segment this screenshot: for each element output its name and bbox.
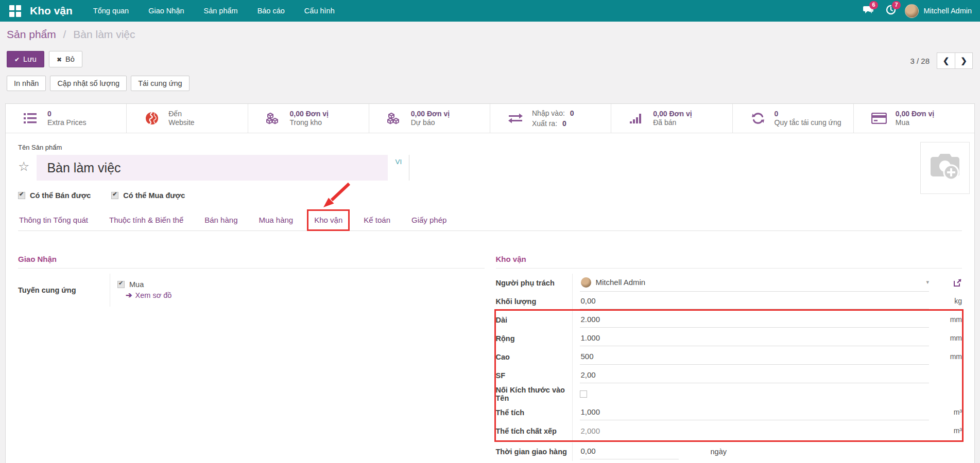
- lead-time-field-row: Thời gian giao hàng 0,00 ngày: [496, 442, 962, 461]
- responsible-avatar: [581, 277, 591, 288]
- width-field-row: Rộng 1.000 mm: [496, 329, 962, 348]
- stat-extra-prices[interactable]: 0Extra Prices: [6, 104, 126, 133]
- weight-unit: kg: [929, 297, 962, 306]
- product-name-input[interactable]: Bàn làm việc: [37, 155, 388, 181]
- form-sheet: 0Extra Prices ĐếnWebsite 0,00 Đơn vịTron…: [5, 103, 975, 463]
- routes-label: Tuyến cung ứng: [18, 274, 110, 307]
- lead-time-unit: ngày: [711, 448, 727, 456]
- stat-button-row: 0Extra Prices ĐếnWebsite 0,00 Đơn vịTron…: [6, 104, 974, 133]
- tab-sales[interactable]: Bán hàng: [203, 213, 238, 230]
- can-be-purchased-checkbox[interactable]: [111, 192, 118, 199]
- messages-button[interactable]: 6: [859, 3, 877, 19]
- discard-button[interactable]: ✖Bỏ: [49, 51, 82, 67]
- notebook-tabs: Thông tin Tổng quát Thuộc tính & Biến th…: [18, 213, 962, 231]
- cubes-icon: [386, 112, 403, 125]
- menu-operations[interactable]: Giao Nhận: [141, 1, 191, 21]
- divider: [409, 155, 409, 181]
- responsible-input[interactable]: Mitchell Admin ▾: [580, 275, 930, 292]
- tab-accounting[interactable]: Kế toán: [363, 213, 391, 230]
- width-unit: mm: [929, 334, 962, 343]
- save-button[interactable]: ✔Lưu: [7, 51, 44, 67]
- sf-input[interactable]: 2,00: [580, 368, 930, 383]
- arrow-right-icon: ➔: [126, 291, 132, 300]
- stat-on-hand[interactable]: 0,00 Đơn vịTrong kho: [248, 104, 369, 133]
- volume-input[interactable]: 1,000: [580, 405, 930, 420]
- replenish-button[interactable]: Tái cung ứng: [131, 76, 189, 91]
- logistics-group-title: Giao Nhận: [18, 255, 485, 269]
- responsible-field-row: Người phụ trách Mitchell Admin ▾: [496, 274, 962, 292]
- breadcrumb: Sản phẩm / Bàn làm việc: [7, 28, 135, 41]
- activities-badge: 7: [892, 1, 900, 9]
- product-name-label: Tên Sản phẩm: [18, 144, 962, 151]
- volume-unit: m³: [929, 408, 962, 417]
- stat-purchased[interactable]: 0,00 Đơn vịMua: [853, 104, 974, 133]
- sf-field-row: SF 2,00: [496, 366, 962, 385]
- menu-overview[interactable]: Tổng quan: [86, 1, 136, 21]
- user-avatar[interactable]: [905, 4, 919, 18]
- menu-configuration[interactable]: Cấu hình: [297, 1, 342, 21]
- activities-button[interactable]: 7: [882, 3, 900, 19]
- control-panel: Sản phẩm / Bàn làm việc ✔Lưu ✖Bỏ 3 / 28 …: [0, 22, 980, 103]
- logistics-group: Giao Nhận Tuyến cung ứng Mua ➔ Xem sơ đồ: [18, 255, 485, 461]
- tab-attributes-variants[interactable]: Thuộc tính & Biến thể: [108, 213, 184, 230]
- print-labels-button[interactable]: In nhãn: [7, 76, 46, 91]
- length-unit: mm: [929, 315, 962, 325]
- length-input[interactable]: 2.000: [580, 312, 930, 328]
- concat-dimensions-checkbox[interactable]: [580, 390, 587, 398]
- weight-input[interactable]: 0,00: [580, 294, 930, 309]
- height-input[interactable]: 500: [580, 349, 930, 365]
- height-unit: mm: [929, 352, 962, 362]
- weight-field-row: Khối lượng 0,00 kg: [496, 292, 962, 311]
- tab-inventory[interactable]: Kho vận: [313, 213, 343, 230]
- credit-card-icon: [870, 113, 888, 124]
- pager-next-button[interactable]: ❯: [955, 53, 972, 68]
- product-image-placeholder[interactable]: [920, 142, 970, 194]
- view-diagram-link[interactable]: ➔ Xem sơ đồ: [126, 291, 171, 300]
- stat-forecasted[interactable]: 0,00 Đơn vịDự báo: [369, 104, 490, 133]
- tab-licenses[interactable]: Giấy phép: [410, 213, 448, 230]
- stat-in-out[interactable]: Nhập vào:0 Xuất ra:0: [490, 104, 611, 133]
- tab-general-information[interactable]: Thông tin Tổng quát: [18, 213, 89, 230]
- length-field-row: Dài 2.000 mm: [496, 311, 962, 329]
- can-be-sold-checkbox[interactable]: [18, 192, 25, 199]
- close-icon: ✖: [57, 56, 62, 63]
- pager-count: 3 / 28: [910, 57, 930, 65]
- can-be-purchased-option: Có thể Mua được: [111, 191, 185, 200]
- stat-website[interactable]: ĐếnWebsite: [126, 104, 247, 133]
- main-menu: Tổng quan Giao Nhận Sản phẩm Báo cáo Cấu…: [86, 1, 342, 21]
- stowage-volume-value: 2,000: [580, 424, 930, 439]
- list-icon: [22, 112, 40, 124]
- routes-field-row: Tuyến cung ứng Mua ➔ Xem sơ đồ: [18, 274, 485, 307]
- width-input[interactable]: 1.000: [580, 331, 930, 346]
- top-navbar: Kho vận Tổng quan Giao Nhận Sản phẩm Báo…: [0, 0, 980, 22]
- route-buy-option: Mua: [117, 280, 144, 289]
- tab-purchase[interactable]: Mua hàng: [258, 213, 295, 230]
- stat-reordering-rules[interactable]: 0Quy tắc tái cung ứng: [732, 104, 853, 133]
- menu-reporting[interactable]: Báo cáo: [250, 1, 292, 21]
- apps-menu-icon[interactable]: [8, 4, 22, 17]
- translate-badge[interactable]: VI: [388, 155, 409, 166]
- breadcrumb-products-link[interactable]: Sản phẩm: [7, 28, 56, 40]
- stat-sold[interactable]: 0,00 Đơn vịĐã bán: [611, 104, 732, 133]
- transfer-arrows-icon: [507, 113, 524, 124]
- user-menu[interactable]: Mitchell Admin: [924, 7, 972, 15]
- route-buy-checkbox[interactable]: [117, 281, 125, 288]
- concat-dimensions-field-row: Nối Kích thước vào Tên: [496, 385, 962, 403]
- stowage-volume-field-row: Thể tích chất xếp 2,000 m³: [496, 422, 962, 440]
- external-link-icon[interactable]: [929, 278, 962, 287]
- bar-chart-icon: [628, 112, 645, 124]
- globe-icon: [143, 112, 161, 125]
- breadcrumb-separator: /: [63, 28, 66, 40]
- refresh-icon: [749, 112, 767, 125]
- stowage-volume-unit: m³: [929, 426, 962, 436]
- check-icon: ✔: [14, 56, 20, 63]
- lead-time-input[interactable]: 0,00: [580, 444, 679, 459]
- update-quantity-button[interactable]: Cập nhật số lượng: [50, 76, 127, 91]
- height-field-row: Cao 500 mm: [496, 348, 962, 366]
- inventory-group-title: Kho vận: [496, 255, 962, 269]
- pager-previous-button[interactable]: ❮: [937, 53, 955, 68]
- app-title[interactable]: Kho vận: [30, 5, 73, 17]
- favorite-star-icon[interactable]: ☆: [18, 159, 29, 174]
- menu-products[interactable]: Sản phẩm: [197, 1, 245, 21]
- cubes-icon: [265, 112, 282, 125]
